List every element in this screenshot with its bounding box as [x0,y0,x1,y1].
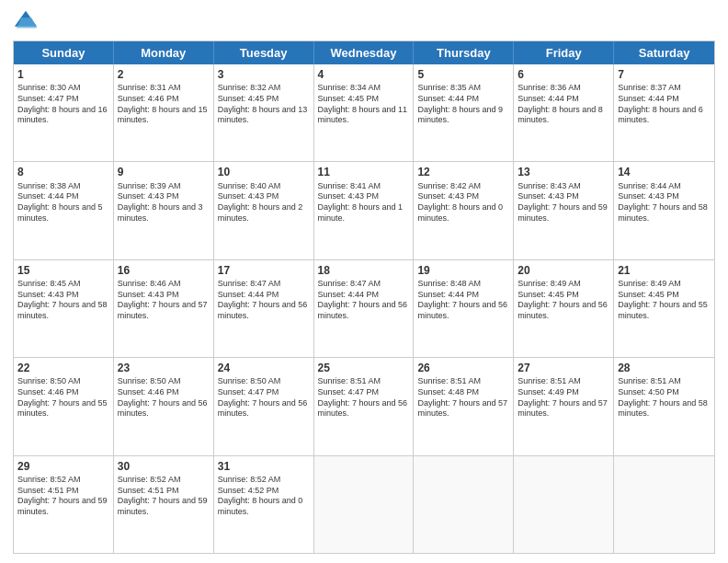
cell-info: Sunrise: 8:43 AM Sunset: 4:43 PM Dayligh… [518,181,609,224]
page: SundayMondayTuesdayWednesdayThursdayFrid… [0,0,728,563]
calendar-cell [414,456,514,553]
calendar-cell: 10Sunrise: 8:40 AM Sunset: 4:43 PM Dayli… [214,162,314,259]
cell-info: Sunrise: 8:38 AM Sunset: 4:44 PM Dayligh… [17,181,109,224]
calendar-cell: 23Sunrise: 8:50 AM Sunset: 4:46 PM Dayli… [114,358,214,454]
calendar-cell: 8Sunrise: 8:38 AM Sunset: 4:44 PM Daylig… [14,162,114,259]
calendar-cell: 25Sunrise: 8:51 AM Sunset: 4:47 PM Dayli… [314,358,415,454]
calendar-cell: 22Sunrise: 8:50 AM Sunset: 4:46 PM Dayli… [14,358,114,454]
calendar-cell [514,456,614,553]
cell-info: Sunrise: 8:30 AM Sunset: 4:47 PM Dayligh… [17,83,109,126]
cell-info: Sunrise: 8:32 AM Sunset: 4:45 PM Dayligh… [218,83,310,126]
cell-info: Sunrise: 8:52 AM Sunset: 4:52 PM Dayligh… [218,475,310,518]
day-number: 21 [618,263,711,278]
calendar-cell: 29Sunrise: 8:52 AM Sunset: 4:51 PM Dayli… [14,456,114,553]
calendar-header-day: Sunday [14,41,114,64]
day-number: 15 [17,263,109,278]
calendar-week: 1Sunrise: 8:30 AM Sunset: 4:47 PM Daylig… [14,64,714,162]
calendar-header-day: Monday [114,41,214,64]
calendar-week: 22Sunrise: 8:50 AM Sunset: 4:46 PM Dayli… [14,358,714,455]
calendar-cell: 17Sunrise: 8:47 AM Sunset: 4:44 PM Dayli… [214,260,314,357]
day-number: 14 [618,165,711,179]
calendar-cell: 27Sunrise: 8:51 AM Sunset: 4:49 PM Dayli… [514,358,614,454]
day-number: 25 [318,361,410,375]
cell-info: Sunrise: 8:51 AM Sunset: 4:49 PM Dayligh… [518,376,609,419]
cell-info: Sunrise: 8:40 AM Sunset: 4:43 PM Dayligh… [218,181,310,224]
calendar-cell [314,456,415,553]
cell-info: Sunrise: 8:50 AM Sunset: 4:47 PM Dayligh… [218,376,310,419]
calendar-header-day: Saturday [614,41,714,64]
day-number: 6 [518,67,609,82]
cell-info: Sunrise: 8:35 AM Sunset: 4:44 PM Dayligh… [417,83,509,126]
calendar-cell: 26Sunrise: 8:51 AM Sunset: 4:48 PM Dayli… [414,358,514,454]
calendar-header-day: Wednesday [314,41,415,64]
calendar-cell: 14Sunrise: 8:44 AM Sunset: 4:43 PM Dayli… [614,162,714,259]
cell-info: Sunrise: 8:42 AM Sunset: 4:43 PM Dayligh… [417,181,509,224]
calendar-header-row: SundayMondayTuesdayWednesdayThursdayFrid… [14,41,714,64]
calendar-header-day: Tuesday [214,41,314,64]
svg-marker-1 [17,17,37,28]
day-number: 16 [118,263,210,278]
cell-info: Sunrise: 8:51 AM Sunset: 4:48 PM Dayligh… [417,376,509,419]
cell-info: Sunrise: 8:46 AM Sunset: 4:43 PM Dayligh… [118,279,210,322]
cell-info: Sunrise: 8:36 AM Sunset: 4:44 PM Dayligh… [518,83,609,126]
cell-info: Sunrise: 8:52 AM Sunset: 4:51 PM Dayligh… [17,475,109,518]
calendar-header-day: Friday [514,41,614,64]
day-number: 3 [218,67,310,82]
calendar-header-day: Thursday [414,41,514,64]
day-number: 30 [118,459,210,474]
cell-info: Sunrise: 8:39 AM Sunset: 4:43 PM Dayligh… [118,181,210,224]
day-number: 4 [318,67,410,82]
day-number: 27 [518,361,609,375]
calendar-cell: 15Sunrise: 8:45 AM Sunset: 4:43 PM Dayli… [14,260,114,357]
cell-info: Sunrise: 8:41 AM Sunset: 4:43 PM Dayligh… [318,181,410,224]
cell-info: Sunrise: 8:45 AM Sunset: 4:43 PM Dayligh… [17,279,109,322]
day-number: 17 [218,263,310,278]
cell-info: Sunrise: 8:31 AM Sunset: 4:46 PM Dayligh… [118,83,210,126]
calendar-week: 8Sunrise: 8:38 AM Sunset: 4:44 PM Daylig… [14,162,714,259]
calendar-cell: 12Sunrise: 8:42 AM Sunset: 4:43 PM Dayli… [414,162,514,259]
calendar-cell: 21Sunrise: 8:49 AM Sunset: 4:45 PM Dayli… [614,260,714,357]
calendar-cell: 7Sunrise: 8:37 AM Sunset: 4:44 PM Daylig… [614,64,714,161]
calendar-cell: 11Sunrise: 8:41 AM Sunset: 4:43 PM Dayli… [314,162,415,259]
calendar-week: 15Sunrise: 8:45 AM Sunset: 4:43 PM Dayli… [14,260,714,358]
day-number: 20 [518,263,609,278]
calendar: SundayMondayTuesdayWednesdayThursdayFrid… [13,40,715,554]
cell-info: Sunrise: 8:34 AM Sunset: 4:45 PM Dayligh… [318,83,410,126]
cell-info: Sunrise: 8:44 AM Sunset: 4:43 PM Dayligh… [618,181,711,224]
calendar-cell: 9Sunrise: 8:39 AM Sunset: 4:43 PM Daylig… [114,162,214,259]
cell-info: Sunrise: 8:49 AM Sunset: 4:45 PM Dayligh… [618,279,711,322]
cell-info: Sunrise: 8:51 AM Sunset: 4:47 PM Dayligh… [318,376,410,419]
cell-info: Sunrise: 8:37 AM Sunset: 4:44 PM Dayligh… [618,83,711,126]
day-number: 26 [417,361,509,375]
day-number: 22 [17,361,109,375]
day-number: 2 [118,67,210,82]
calendar-cell: 4Sunrise: 8:34 AM Sunset: 4:45 PM Daylig… [314,64,415,161]
day-number: 24 [218,361,310,375]
calendar-cell: 18Sunrise: 8:47 AM Sunset: 4:44 PM Dayli… [314,260,415,357]
calendar-cell: 28Sunrise: 8:51 AM Sunset: 4:50 PM Dayli… [614,358,714,454]
calendar-body: 1Sunrise: 8:30 AM Sunset: 4:47 PM Daylig… [14,64,714,553]
cell-info: Sunrise: 8:52 AM Sunset: 4:51 PM Dayligh… [118,475,210,518]
calendar-cell: 2Sunrise: 8:31 AM Sunset: 4:46 PM Daylig… [114,64,214,161]
cell-info: Sunrise: 8:47 AM Sunset: 4:44 PM Dayligh… [218,279,310,322]
calendar-cell: 24Sunrise: 8:50 AM Sunset: 4:47 PM Dayli… [214,358,314,454]
day-number: 31 [218,459,310,474]
day-number: 1 [17,67,109,82]
calendar-cell: 30Sunrise: 8:52 AM Sunset: 4:51 PM Dayli… [114,456,214,553]
calendar-week: 29Sunrise: 8:52 AM Sunset: 4:51 PM Dayli… [14,456,714,553]
logo [13,9,42,35]
day-number: 28 [618,361,711,375]
cell-info: Sunrise: 8:47 AM Sunset: 4:44 PM Dayligh… [318,279,410,322]
cell-info: Sunrise: 8:50 AM Sunset: 4:46 PM Dayligh… [17,376,109,419]
calendar-cell: 19Sunrise: 8:48 AM Sunset: 4:44 PM Dayli… [414,260,514,357]
day-number: 9 [118,165,210,179]
calendar-cell: 20Sunrise: 8:49 AM Sunset: 4:45 PM Dayli… [514,260,614,357]
day-number: 18 [318,263,410,278]
cell-info: Sunrise: 8:51 AM Sunset: 4:50 PM Dayligh… [618,376,711,419]
day-number: 8 [17,165,109,179]
cell-info: Sunrise: 8:49 AM Sunset: 4:45 PM Dayligh… [518,279,609,322]
day-number: 23 [118,361,210,375]
calendar-cell: 16Sunrise: 8:46 AM Sunset: 4:43 PM Dayli… [114,260,214,357]
cell-info: Sunrise: 8:50 AM Sunset: 4:46 PM Dayligh… [118,376,210,419]
calendar-cell: 13Sunrise: 8:43 AM Sunset: 4:43 PM Dayli… [514,162,614,259]
